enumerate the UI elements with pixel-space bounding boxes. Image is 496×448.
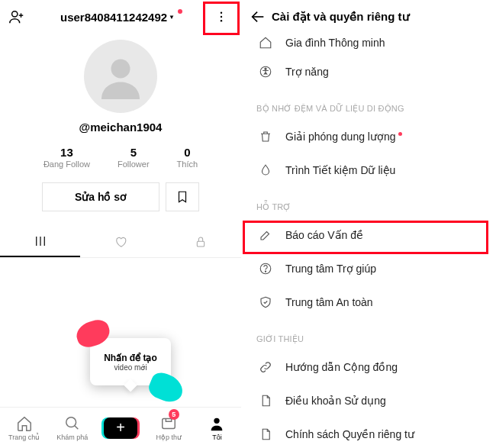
settings-item-label: Hướng dẫn Cộng đồng (285, 361, 398, 373)
create-button-icon: + (104, 417, 137, 439)
link-icon (256, 360, 275, 374)
nav-badge: 5 (169, 409, 179, 420)
highlight-box-report (243, 221, 488, 254)
decorative-blob-icon (73, 317, 113, 350)
tab-liked[interactable] (80, 227, 160, 257)
trash-icon (256, 130, 275, 143)
document-icon (256, 427, 275, 441)
avatar-wrap (0, 40, 241, 113)
section-cache: BỘ NHỚ ĐỆM VÀ DỮ LIỆU DI ĐỘNG (244, 89, 496, 120)
nav-label: Hộp thư (156, 433, 182, 441)
username-dropdown[interactable]: user8408411242492 ▼ (27, 11, 208, 24)
shield-icon (256, 295, 275, 309)
svg-line-12 (75, 425, 79, 429)
edit-profile-button[interactable]: Sửa hồ sơ (42, 182, 159, 211)
profile-screen: user8408411242492 ▼ @meichan1904 13 Đang… (0, 0, 241, 448)
back-button[interactable] (247, 6, 269, 27)
tab-grid[interactable] (0, 227, 80, 257)
settings-item-label: Điều khoản Sử dụng (285, 395, 386, 407)
svg-point-19 (265, 271, 266, 272)
stat-num: 5 (118, 146, 150, 159)
notification-dot-icon (398, 132, 402, 136)
svg-rect-13 (163, 418, 176, 428)
settings-item-guidelines[interactable]: Hướng dẫn Cộng đồng (244, 350, 496, 384)
add-user-button[interactable] (6, 6, 27, 27)
water-drop-icon (256, 163, 275, 177)
tooltip-line2: video mới (114, 363, 147, 372)
svg-point-6 (111, 60, 130, 79)
section-about: GIỚI THIỆU (244, 319, 496, 350)
handle-text: @meichan1904 (0, 121, 241, 134)
tooltip-arrow-icon (124, 379, 137, 392)
home-icon (256, 36, 275, 50)
section-support: HỖ TRỢ (244, 187, 496, 218)
settings-item-help[interactable]: Trung tâm Trợ giúp (244, 252, 496, 285)
settings-item-privacy[interactable]: Chính sách Quyền riêng tư (244, 417, 496, 448)
create-tooltip: Nhấn để tạo video mới (90, 338, 171, 385)
nav-discover[interactable]: Khám phá (48, 408, 96, 448)
caret-down-icon: ▼ (169, 14, 175, 21)
nav-create[interactable]: + (96, 408, 144, 448)
nav-label: Tôi (212, 433, 222, 441)
settings-item-label: Chính sách Quyền riêng tư (285, 428, 414, 440)
tab-private[interactable] (161, 227, 241, 257)
bookmark-button[interactable] (166, 182, 199, 211)
settings-item-data-saver[interactable]: Trình Tiết kiệm Dữ liệu (244, 153, 496, 187)
nav-label: Khám phá (56, 433, 88, 441)
nav-label: Trang chủ (8, 433, 40, 441)
settings-item-label: Trung tâm Trợ giúp (285, 263, 376, 275)
settings-item-terms[interactable]: Điều khoản Sử dụng (244, 384, 496, 417)
bottom-nav: Trang chủ Khám phá + 5 Hộp thư Tôi (0, 407, 241, 448)
settings-item-label: Trợ năng (285, 66, 329, 78)
edit-row: Sửa hồ sơ (0, 182, 241, 211)
svg-point-0 (12, 11, 18, 17)
notification-dot-icon (178, 9, 182, 14)
accessibility-icon (256, 65, 275, 79)
nav-me[interactable]: Tôi (193, 408, 241, 448)
settings-title: Cài đặt và quyền riêng tư (272, 10, 410, 24)
avatar[interactable] (84, 40, 157, 113)
stat-num: 13 (43, 146, 90, 159)
nav-home[interactable]: Trang chủ (0, 408, 48, 448)
stat-label: Follower (118, 160, 150, 169)
settings-item-free-space[interactable]: Giải phóng dung lượng (244, 120, 496, 153)
stat-likes[interactable]: 0 Thích (177, 146, 198, 169)
stats-row: 13 Đang Follow 5 Follower 0 Thích (0, 146, 241, 169)
settings-item-family[interactable]: Gia đình Thông minh (244, 31, 496, 55)
stat-followers[interactable]: 5 Follower (118, 146, 150, 169)
settings-item-accessibility[interactable]: Trợ năng (244, 55, 496, 89)
settings-item-label: Trung tâm An toàn (285, 296, 373, 308)
stat-num: 0 (177, 146, 198, 159)
highlight-box-more (203, 2, 240, 35)
tooltip-line1: Nhấn để tạo (104, 353, 157, 363)
svg-rect-10 (198, 241, 205, 247)
stat-label: Thích (177, 160, 198, 169)
document-icon (256, 394, 275, 408)
question-icon (256, 262, 275, 276)
settings-item-label: Trình Tiết kiệm Dữ liệu (285, 164, 395, 176)
svg-point-14 (214, 417, 220, 423)
settings-item-safety[interactable]: Trung tâm An toàn (244, 285, 496, 319)
settings-topbar: Cài đặt và quyền riêng tư (241, 0, 496, 34)
nav-inbox[interactable]: 5 Hộp thư (145, 408, 193, 448)
svg-point-11 (66, 417, 76, 427)
settings-item-label: Giải phóng dung lượng (285, 131, 396, 143)
stat-label: Đang Follow (43, 160, 90, 169)
decorative-blob-icon (146, 369, 187, 406)
settings-item-label: Gia đình Thông minh (285, 37, 385, 49)
stat-following[interactable]: 13 Đang Follow (43, 146, 90, 169)
profile-tabs (0, 227, 241, 258)
username-text: user8408411242492 (60, 11, 167, 24)
svg-point-17 (265, 68, 266, 69)
